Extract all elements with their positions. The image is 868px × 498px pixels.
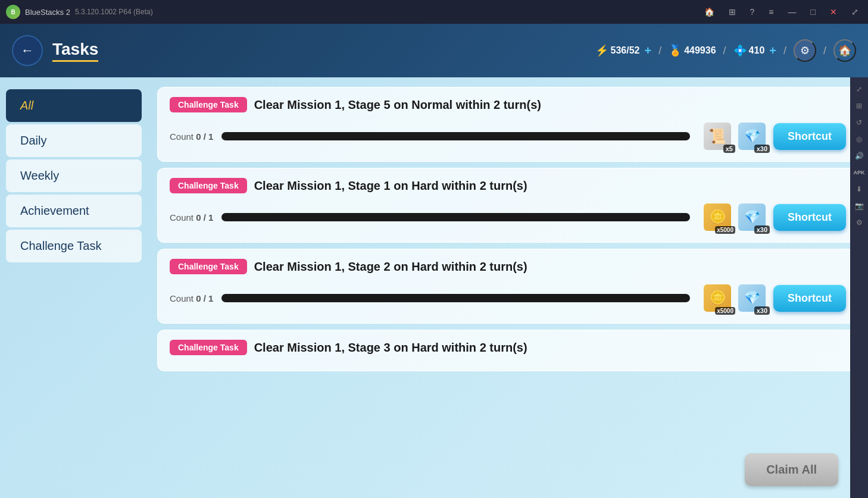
task-card-1: Challenge Task Clear Mission 1, Stage 5 … [157, 87, 858, 162]
home-titlebar-btn[interactable]: 🏠 [701, 6, 718, 18]
count-value-3: 0 / 1 [196, 293, 213, 303]
page-title: Tasks [52, 40, 98, 62]
minimize-btn[interactable]: — [785, 6, 800, 18]
task-title-2: Clear Mission 1, Stage 1 on Hard within … [254, 179, 527, 193]
titlebar: B BlueStacks 2 5.3.120.1002 P64 (Beta) 🏠… [0, 0, 868, 24]
shortcut-button-2[interactable]: Shortcut [773, 204, 846, 231]
nav-item-challenge[interactable]: Challenge Task [6, 230, 142, 262]
nav-item-achievement[interactable]: Achievement [6, 195, 142, 227]
settings-button[interactable]: ⚙ [794, 39, 816, 62]
nav-item-daily[interactable]: Daily [6, 124, 142, 157]
back-arrow-icon: ← [21, 44, 34, 57]
reward-scroll-icon-1: 📜 x5 [702, 121, 733, 152]
reward-gold-icon-2: 🪙 x5000 [702, 202, 733, 233]
challenge-badge-4: Challenge Task [170, 340, 247, 355]
reward-count-1a: x5 [723, 145, 735, 153]
currency2-icon: 💠 [733, 44, 747, 57]
task-header-4: Challenge Task Clear Mission 1, Stage 3 … [170, 340, 846, 355]
app-logo: B [6, 5, 20, 19]
sidebar-settings-icon[interactable]: ⚙ [852, 215, 866, 230]
task-card-4: Challenge Task Clear Mission 1, Stage 3 … [157, 330, 858, 371]
maximize-btn[interactable]: □ [807, 6, 819, 18]
sidebar-screenshot-icon[interactable]: 📷 [852, 199, 866, 213]
close-btn[interactable]: ✕ [826, 6, 841, 18]
currency1-stat: 🏅 449936 [669, 44, 716, 57]
task-count-label-1: Count 0 / 1 [170, 131, 213, 142]
reward-count-2a: x5000 [715, 226, 735, 234]
task-title-3: Clear Mission 1, Stage 2 on Hard within … [254, 260, 527, 274]
sidebar-apk-icon[interactable]: APK [852, 165, 866, 180]
shortcut-button-1[interactable]: Shortcut [773, 123, 846, 150]
challenge-badge-1: Challenge Task [170, 97, 247, 112]
reward-count-2b: x30 [754, 225, 770, 234]
reward-count-1b: x30 [754, 145, 770, 153]
task-header-3: Challenge Task Clear Mission 1, Stage 2 … [170, 259, 846, 274]
sidebar-layers-icon[interactable]: ⊞ [852, 99, 866, 113]
claim-all-button[interactable]: Claim All [745, 453, 838, 486]
app-name: BlueStacks 2 [25, 8, 70, 17]
task-rewards-2: 🪙 x5000 💎 x30 [702, 202, 767, 233]
header-stats: ⚡ 536/52 + / 🏅 449936 / 💠 410 + / ⚙ / 🏠 [595, 39, 856, 62]
currency2-stat: 💠 410 [733, 44, 765, 57]
task-progress-bar-3 [221, 294, 690, 302]
currency1-value: 449936 [684, 45, 716, 56]
task-count-label-2: Count 0 / 1 [170, 212, 213, 223]
shortcut-button-3[interactable]: Shortcut [773, 285, 846, 312]
left-navigation: All Daily Weekly Achievement Challenge T… [0, 77, 148, 498]
energy-value: 536/52 [611, 45, 640, 56]
task-footer-3: Count 0 / 1 🪙 x5000 💎 x30 Shortcut [170, 283, 846, 314]
task-footer-2: Count 0 / 1 🪙 x5000 💎 x30 Shortcut [170, 202, 846, 233]
energy-stat: ⚡ 536/52 [595, 44, 640, 57]
multi-window-btn[interactable]: ⊞ [725, 6, 739, 18]
energy-icon: ⚡ [595, 44, 608, 57]
menu-btn[interactable]: ≡ [765, 6, 777, 18]
count-value-2: 0 / 1 [196, 212, 213, 223]
reward-count-3a: x5000 [715, 307, 735, 315]
task-rewards-1: 📜 x5 💎 x30 [702, 121, 767, 152]
count-value-1: 0 / 1 [196, 131, 213, 142]
currency1-icon: 🏅 [669, 44, 682, 57]
task-rewards-3: 🪙 x5000 💎 x30 [702, 283, 767, 314]
window-controls: 🏠 ⊞ ? ≡ — □ ✕ ⤢ [701, 6, 862, 18]
help-btn[interactable]: ? [747, 6, 758, 18]
back-button[interactable]: ← [12, 35, 43, 66]
right-sidebar: ⤢ ⊞ ↺ ◎ 🔊 APK ⬇ 📷 ⚙ [850, 77, 868, 498]
task-footer-1: Count 0 / 1 📜 x5 💎 x30 Shortcut [170, 121, 846, 152]
content-area: All Daily Weekly Achievement Challenge T… [0, 77, 868, 498]
app-version: 5.3.120.1002 P64 (Beta) [75, 8, 153, 16]
energy-add-btn[interactable]: + [644, 44, 651, 58]
challenge-badge-2: Challenge Task [170, 178, 247, 193]
expand-btn[interactable]: ⤢ [848, 6, 862, 18]
sidebar-location-icon[interactable]: ◎ [852, 132, 866, 146]
task-card-2: Challenge Task Clear Mission 1, Stage 1 … [157, 168, 858, 243]
reward-crystal-icon-3: 💎 x30 [736, 283, 767, 314]
reward-crystal-icon-1: 💎 x30 [736, 121, 767, 152]
task-count-label-3: Count 0 / 1 [170, 293, 213, 303]
challenge-badge-3: Challenge Task [170, 259, 247, 274]
task-header-2: Challenge Task Clear Mission 1, Stage 1 … [170, 178, 846, 193]
home-button[interactable]: 🏠 [833, 39, 856, 62]
sidebar-expand-icon[interactable]: ⤢ [852, 82, 866, 96]
sidebar-refresh-icon[interactable]: ↺ [852, 115, 866, 130]
currency2-add-btn[interactable]: + [769, 44, 776, 58]
sidebar-volume-icon[interactable]: 🔊 [852, 149, 866, 163]
nav-item-all[interactable]: All [6, 89, 142, 122]
reward-crystal-icon-2: 💎 x30 [736, 202, 767, 233]
task-progress-bar-2 [221, 213, 690, 221]
task-title-4: Clear Mission 1, Stage 3 on Hard within … [254, 341, 527, 355]
tasks-list: Challenge Task Clear Mission 1, Stage 5 … [148, 77, 868, 498]
reward-gold-icon-3: 🪙 x5000 [702, 283, 733, 314]
reward-count-3b: x30 [754, 306, 770, 315]
main-header: ← Tasks ⚡ 536/52 + / 🏅 449936 / 💠 410 + … [0, 24, 868, 77]
nav-item-weekly[interactable]: Weekly [6, 159, 142, 192]
task-progress-bar-1 [221, 132, 690, 140]
task-header-1: Challenge Task Clear Mission 1, Stage 5 … [170, 97, 846, 112]
task-title-1: Clear Mission 1, Stage 5 on Normal withi… [254, 98, 541, 112]
task-card-3: Challenge Task Clear Mission 1, Stage 2 … [157, 249, 858, 324]
sidebar-download-icon[interactable]: ⬇ [852, 182, 866, 196]
currency2-value: 410 [749, 45, 765, 56]
